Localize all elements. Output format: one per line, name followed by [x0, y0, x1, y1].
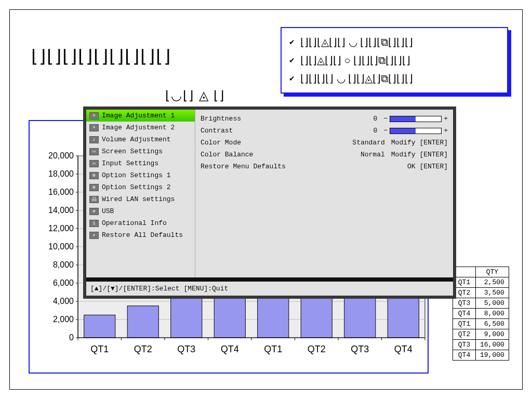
- osd-item-icon: ✦: [89, 232, 99, 239]
- osd-item-label: Operational Info: [102, 219, 167, 227]
- osd-item-8[interactable]: ⇄USB: [86, 205, 195, 217]
- restore-row[interactable]: Restore Menu Defaults OK [ENTER]: [201, 161, 448, 172]
- svg-rect-34: [84, 315, 115, 338]
- osd-item-1[interactable]: ☀Image Adjustment 2: [86, 122, 195, 134]
- qty-table: QTY QT12,500QT23,500QT35,000QT48,000QT16…: [453, 267, 509, 361]
- osd-item-label: Option Settings 1: [102, 171, 171, 179]
- osd-item-icon: ☀: [89, 112, 99, 119]
- option-label: ⌊⌋⌊⌋⌊⌋⌊⌋ ◡ ⌊⌋⌊⌋◬⌊⌋⧉⌊⌋⌊⌋⌊⌋: [300, 72, 413, 85]
- options-panel: ✔⌊⌋⌊⌋⌊◬⌊⌋⌊⌋ ◡ ⌊⌋⌊⌋⌊⧉⌊⌋⌊⌋⌊⌋ ✔⌊⌋⌊⌋◬⌊⌋⌊⌋ ○ …: [281, 27, 508, 94]
- svg-text:2,000: 2,000: [53, 315, 74, 324]
- table-row: QT16,500: [453, 319, 509, 329]
- svg-rect-40: [171, 292, 202, 338]
- option-label: ⌊⌋⌊⌋⌊◬⌊⌋⌊⌋ ◡ ⌊⌋⌊⌋⌊⧉⌊⌋⌊⌋⌊⌋: [300, 36, 413, 48]
- svg-text:0: 0: [69, 333, 74, 342]
- osd-item-icon: ⇄: [89, 208, 99, 215]
- blank-header: [453, 267, 476, 277]
- table-row: QT316,000: [453, 340, 509, 350]
- osd-item-icon: ☀: [89, 124, 99, 131]
- table-row: QT35,000: [453, 298, 509, 309]
- option-3[interactable]: ✔⌊⌋⌊⌋⌊⌋⌊⌋ ◡ ⌊⌋⌊⌋◬⌊⌋⧉⌊⌋⌊⌋⌊⌋: [289, 72, 500, 85]
- ok-hint: OK [ENTER]: [407, 163, 448, 170]
- table-row: QT419,000: [453, 350, 509, 361]
- brightness-value: 0: [374, 115, 378, 123]
- brightness-slider[interactable]: − +: [383, 115, 448, 123]
- svg-text:QT1: QT1: [264, 344, 282, 354]
- osd-item-label: Volume Adjustment: [102, 136, 171, 143]
- svg-text:18,000: 18,000: [48, 169, 74, 178]
- osd-item-label: Screen Settings: [102, 148, 163, 155]
- osd-item-label: Option Settings 2: [102, 183, 171, 191]
- osd-item-label: Restore All Defaults: [102, 231, 183, 239]
- osd-item-label: Input Settings: [102, 159, 158, 167]
- decorative-glyphs-1: ⌊⌋⌊⌋⌊⌋⌊⌋⌊⌋⌊⌋⌊⌋⌊⌋⌊⌋: [31, 46, 171, 66]
- check-icon: ✔: [289, 38, 295, 46]
- qty-header: QTY: [476, 267, 509, 277]
- svg-text:QT2: QT2: [134, 344, 152, 354]
- svg-text:QT3: QT3: [351, 344, 369, 354]
- table-row: QT12,500: [453, 277, 509, 288]
- osd-item-5[interactable]: ⚙Option Settings 1: [86, 169, 195, 181]
- option-2[interactable]: ✔⌊⌋⌊⌋◬⌊⌋⌊⌋ ○ ⌊⌋⌊⌋⌊⌋⧉⌊⌋⌊⌋⌊⌋: [289, 54, 500, 66]
- svg-text:8,000: 8,000: [53, 260, 74, 269]
- modify-hint: Modify [ENTER]: [391, 139, 448, 147]
- svg-text:10,000: 10,000: [48, 242, 74, 251]
- osd-item-4[interactable]: ▭Input Settings: [86, 157, 195, 169]
- svg-text:QT1: QT1: [90, 344, 109, 354]
- contrast-label: Contrast: [201, 127, 367, 135]
- option-1[interactable]: ✔⌊⌋⌊⌋⌊◬⌊⌋⌊⌋ ◡ ⌊⌋⌊⌋⌊⧉⌊⌋⌊⌋⌊⌋: [289, 36, 500, 48]
- colorbalance-label: Color Balance: [201, 151, 354, 158]
- osd-item-icon: i: [89, 220, 99, 227]
- svg-text:4,000: 4,000: [53, 297, 74, 305]
- osd-item-0[interactable]: ☀Image Adjustment 1: [86, 110, 195, 122]
- svg-text:20,000: 20,000: [48, 151, 74, 160]
- osd-menu: ☀Image Adjustment 1☀Image Adjustment 2♪V…: [83, 107, 456, 299]
- osd-item-icon: ♪: [89, 136, 99, 143]
- contrast-row[interactable]: Contrast 0 − +: [201, 125, 448, 137]
- osd-item-9[interactable]: iOperational Info: [86, 217, 195, 229]
- osd-item-10[interactable]: ✦Restore All Defaults: [86, 229, 195, 241]
- osd-item-icon: ⚙: [89, 172, 99, 179]
- colorbalance-value: Normal: [361, 151, 385, 158]
- svg-text:16,000: 16,000: [48, 188, 74, 196]
- option-label: ⌊⌋⌊⌋◬⌊⌋⌊⌋ ○ ⌊⌋⌊⌋⌊⌋⧉⌊⌋⌊⌋⌊⌋: [300, 54, 410, 66]
- osd-settings-panel: Brightness 0 − + Contrast 0 − + Color Mo…: [195, 110, 453, 277]
- svg-text:6,000: 6,000: [53, 278, 74, 287]
- osd-category-list: ☀Image Adjustment 1☀Image Adjustment 2♪V…: [86, 110, 195, 277]
- svg-rect-37: [127, 306, 158, 338]
- svg-text:14,000: 14,000: [48, 206, 74, 215]
- osd-item-label: USB: [102, 207, 114, 215]
- osd-item-icon: ▭: [89, 148, 99, 155]
- osd-item-3[interactable]: ▭Screen Settings: [86, 145, 195, 157]
- osd-item-icon: ⚙: [89, 184, 99, 191]
- svg-text:QT4: QT4: [394, 344, 413, 354]
- osd-item-2[interactable]: ♪Volume Adjustment: [86, 134, 195, 145]
- check-icon: ✔: [289, 56, 295, 64]
- osd-item-7[interactable]: 品Wired LAN settings: [86, 193, 195, 205]
- osd-item-label: Image Adjustment 2: [102, 124, 175, 131]
- colorbalance-row[interactable]: Color Balance Normal Modify [ENTER]: [201, 149, 448, 161]
- brightness-row[interactable]: Brightness 0 − +: [201, 113, 448, 125]
- colormode-label: Color Mode: [201, 139, 346, 147]
- osd-item-icon: ▭: [89, 160, 99, 167]
- colormode-value: Standard: [352, 139, 384, 147]
- svg-text:QT3: QT3: [177, 344, 195, 354]
- svg-text:12,000: 12,000: [48, 224, 74, 233]
- contrast-slider[interactable]: − +: [383, 127, 448, 135]
- modify-hint: Modify [ENTER]: [391, 151, 448, 158]
- contrast-value: 0: [374, 127, 378, 135]
- restore-label: Restore Menu Defaults: [201, 163, 395, 170]
- osd-item-icon: 品: [89, 196, 99, 203]
- brightness-label: Brightness: [201, 115, 367, 123]
- osd-item-label: Wired LAN settings: [102, 195, 175, 203]
- svg-text:QT2: QT2: [308, 344, 326, 354]
- svg-text:QT4: QT4: [221, 344, 239, 354]
- check-icon: ✔: [289, 74, 295, 83]
- osd-footer-hint: [▲]/[▼]/[ENTER]:Select [MENU]:Quit: [86, 282, 453, 296]
- table-row: QT48,000: [453, 309, 509, 319]
- colormode-row[interactable]: Color Mode Standard Modify [ENTER]: [201, 137, 448, 149]
- osd-item-6[interactable]: ⚙Option Settings 2: [86, 181, 195, 193]
- osd-item-label: Image Adjustment 1: [102, 112, 175, 119]
- table-row: QT29,000: [453, 329, 509, 340]
- table-row: QT23,500: [453, 288, 509, 298]
